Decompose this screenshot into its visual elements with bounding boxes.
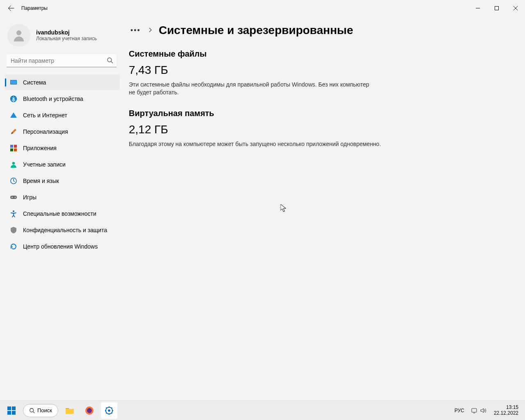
svg-rect-6 bbox=[10, 145, 13, 148]
taskbar-search[interactable]: Поиск bbox=[23, 404, 58, 417]
user-name: ivandubskoj bbox=[36, 29, 97, 36]
titlebar: Параметры bbox=[0, 0, 525, 16]
taskbar-clock[interactable]: 13:15 22.12.2022 bbox=[491, 404, 522, 417]
arrow-left-icon bbox=[8, 5, 14, 11]
nav-accessibility[interactable]: Специальные возможности bbox=[5, 206, 120, 221]
maximize-icon bbox=[495, 6, 499, 10]
content: ••• Системные и зарезервированные Систем… bbox=[123, 16, 525, 400]
nav-label: Персонализация bbox=[23, 128, 68, 135]
window-title: Параметры bbox=[21, 5, 48, 11]
nav-privacy[interactable]: Конфиденциальность и защита bbox=[5, 222, 120, 238]
nav-label: Сеть и Интернет bbox=[23, 112, 67, 119]
taskbar-settings[interactable] bbox=[101, 402, 117, 419]
windows-logo-icon bbox=[7, 406, 16, 415]
section-title: Системные файлы bbox=[129, 49, 513, 59]
brush-icon bbox=[10, 128, 17, 135]
nav-apps[interactable]: Приложения bbox=[5, 140, 120, 156]
folder-icon bbox=[65, 406, 75, 415]
search-input[interactable] bbox=[7, 54, 116, 67]
chevron-right-icon bbox=[148, 27, 153, 34]
svg-rect-15 bbox=[7, 406, 11, 410]
close-icon bbox=[514, 6, 518, 10]
search-icon bbox=[107, 57, 113, 64]
caption-controls bbox=[468, 0, 525, 16]
svg-rect-24 bbox=[472, 409, 477, 412]
section-value: 2,12 ГБ bbox=[129, 123, 513, 136]
nav-system[interactable]: Система bbox=[5, 75, 120, 90]
bluetooth-icon bbox=[10, 95, 17, 103]
display-icon bbox=[10, 79, 17, 86]
nav-label: Учетные записи bbox=[23, 161, 66, 168]
back-button[interactable] bbox=[4, 1, 18, 15]
svg-rect-7 bbox=[14, 145, 17, 148]
section-title: Виртуальная память bbox=[129, 109, 513, 118]
nav-time-language[interactable]: Время и язык bbox=[5, 173, 120, 189]
svg-point-23 bbox=[108, 409, 110, 412]
volume-icon bbox=[480, 407, 486, 414]
apps-icon bbox=[10, 144, 17, 152]
nav-list: Система Bluetooth и устройства Сеть и Ин… bbox=[3, 75, 120, 254]
taskbar-firefox[interactable] bbox=[81, 402, 98, 419]
sidebar: ivandubskoj Локальная учетная запись Сис… bbox=[0, 16, 123, 400]
gamepad-icon bbox=[10, 194, 17, 201]
nav-accounts[interactable]: Учетные записи bbox=[5, 157, 120, 172]
accessibility-icon bbox=[10, 210, 17, 217]
breadcrumb-overflow-button[interactable]: ••• bbox=[129, 25, 142, 36]
nav-label: Игры bbox=[23, 194, 37, 201]
svg-rect-9 bbox=[14, 148, 17, 151]
nav-network[interactable]: Сеть и Интернет bbox=[5, 107, 120, 123]
section-value: 7,43 ГБ bbox=[129, 64, 513, 77]
close-button[interactable] bbox=[506, 0, 525, 16]
svg-point-1 bbox=[16, 30, 21, 35]
svg-point-13 bbox=[15, 197, 16, 198]
taskbar-time: 13:15 bbox=[494, 405, 518, 411]
taskbar-explorer[interactable] bbox=[62, 402, 78, 419]
svg-point-2 bbox=[107, 58, 112, 62]
nav-bluetooth[interactable]: Bluetooth и устройства bbox=[5, 91, 120, 107]
svg-point-14 bbox=[13, 210, 14, 212]
refresh-icon bbox=[10, 243, 17, 250]
person-icon bbox=[11, 28, 26, 43]
wifi-icon bbox=[10, 112, 17, 119]
svg-rect-12 bbox=[10, 196, 17, 199]
nav-label: Время и язык bbox=[23, 178, 59, 184]
gear-icon bbox=[105, 406, 114, 415]
svg-rect-16 bbox=[12, 406, 16, 410]
user-block[interactable]: ivandubskoj Локальная учетная запись bbox=[3, 21, 120, 54]
search-icon bbox=[29, 408, 35, 413]
clock-globe-icon bbox=[10, 177, 17, 185]
avatar bbox=[7, 24, 30, 47]
section-desc: Эти системные файлы необходимы для прави… bbox=[129, 81, 375, 96]
svg-rect-17 bbox=[7, 411, 11, 415]
search-box[interactable] bbox=[7, 54, 116, 67]
nav-windows-update[interactable]: Центр обновления Windows bbox=[5, 239, 120, 254]
firefox-icon bbox=[85, 406, 94, 415]
nav-label: Bluetooth и устройства bbox=[23, 96, 83, 102]
page-title: Системные и зарезервированные bbox=[159, 24, 353, 37]
section-virtual-memory: Виртуальная память 2,12 ГБ Благодаря это… bbox=[129, 109, 513, 148]
svg-rect-4 bbox=[11, 80, 16, 84]
taskbar-language[interactable]: РУС bbox=[452, 406, 467, 415]
svg-rect-0 bbox=[495, 7, 499, 10]
section-desc: Благодаря этому на компьютере может быть… bbox=[129, 140, 513, 148]
nav-label: Специальные возможности bbox=[23, 210, 96, 217]
taskbar: Поиск РУС 13:15 22.12.2022 bbox=[0, 400, 525, 420]
nav-label: Система bbox=[23, 79, 46, 86]
nav-personalization[interactable]: Персонализация bbox=[5, 124, 120, 139]
svg-point-21 bbox=[87, 408, 92, 413]
svg-point-19 bbox=[30, 408, 34, 412]
person-alt-icon bbox=[10, 161, 17, 168]
svg-rect-18 bbox=[12, 411, 16, 415]
minimize-button[interactable] bbox=[468, 0, 487, 16]
section-system-files: Системные файлы 7,43 ГБ Эти системные фа… bbox=[129, 49, 513, 96]
maximize-button[interactable] bbox=[487, 0, 506, 16]
nav-label: Центр обновления Windows bbox=[23, 243, 98, 250]
breadcrumb: ••• Системные и зарезервированные bbox=[129, 24, 513, 37]
start-button[interactable] bbox=[3, 402, 20, 419]
minimize-icon bbox=[476, 6, 480, 10]
svg-rect-8 bbox=[10, 148, 13, 151]
shield-icon bbox=[10, 226, 17, 234]
nav-gaming[interactable]: Игры bbox=[5, 189, 120, 205]
network-icon bbox=[471, 407, 477, 414]
taskbar-tray[interactable] bbox=[468, 406, 489, 415]
